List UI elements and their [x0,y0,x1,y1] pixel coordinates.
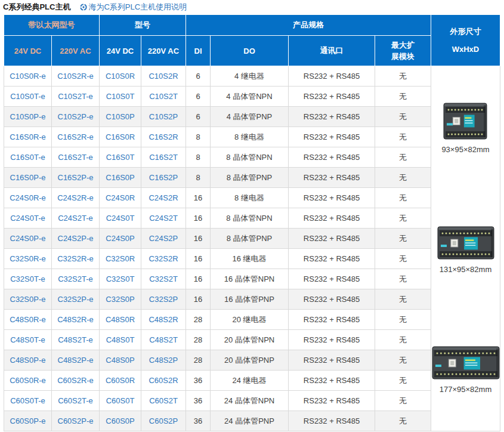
eth-220v-model-link[interactable]: C32S2T-e [58,274,93,283]
model-220v-link[interactable]: C24S2P [149,234,178,243]
model-220v-link[interactable]: C24S2T [149,214,178,223]
model-220v-link[interactable]: C48S2P [149,356,178,365]
model-220v-link[interactable]: C48S2T [149,335,178,344]
model-cell: C32S2P-e [52,289,100,310]
eth-24v-model-link[interactable]: C24S0T-e [10,214,45,223]
model-24v-link[interactable]: C10S0R [106,72,135,81]
eth-220v-model-link[interactable]: C48S2R-e [57,315,94,324]
eth-24v-model-link[interactable]: C48S0P-e [10,356,46,365]
model-24v-link[interactable]: C24S0P [106,234,134,243]
eth-24v-model-link[interactable]: C60S0R-e [10,376,46,385]
model-220v-link[interactable]: C32S2R [149,254,178,263]
eth-220v-model-link[interactable]: C32S2R-e [57,254,94,263]
model-220v-link[interactable]: C48S2R [149,315,178,324]
model-24v-link[interactable]: C60S0R [106,376,135,385]
eth-24v-model-link[interactable]: C10S0R-e [10,72,46,81]
model-24v-link[interactable]: C48S0R [106,315,135,324]
max-expansion-value: 无 [375,127,431,147]
eth-220v-model-link[interactable]: C48S2T-e [58,335,93,344]
model-cell: C48S0P-e [4,350,52,371]
plc-spec-table: 带以太网型号 型号 产品规格 外形尺寸 WxHxD 24V DC 220V AC… [4,14,500,431]
eth-220v-model-link[interactable]: C16S2R-e [57,132,94,141]
eth-220v-model-link[interactable]: C10S2P-e [58,112,94,121]
table-row: C10S0P-eC10S2P-eC10S0PC10S2P64 晶体管PNPRS2… [4,107,500,127]
table-row: C48S0T-eC48S2T-eC48S0TC48S2T2820 晶体管NPNR… [4,330,500,350]
model-220v-link[interactable]: C10S2P [149,112,178,121]
eth-220v-model-link[interactable]: C16S2T-e [58,153,93,162]
eth-24v-model-link[interactable]: C60S0T-e [10,396,45,405]
model-24v-link[interactable]: C48S0T [106,335,135,344]
model-24v-link[interactable]: C32S0R [106,254,135,263]
eth-220v-model-link[interactable]: C48S2P-e [58,356,94,365]
eth-24v-model-link[interactable]: C10S0T-e [10,92,45,101]
table-row: C48S0P-eC48S2P-eC48S0PC48S2P2820 晶体管PNPR… [4,350,500,371]
model-220v-link[interactable]: C16S2T [149,153,178,162]
model-24v-link[interactable]: C24S0R [106,193,135,202]
header-do: DO [211,36,289,66]
eth-220v-model-link[interactable]: C60S2P-e [58,416,94,425]
model-220v-link[interactable]: C60S2T [149,396,178,405]
eth-24v-model-link[interactable]: C32S0R-e [10,254,46,263]
model-220v-link[interactable]: C60S2P [149,416,178,425]
eth-220v-model-link[interactable]: C10S2R-e [57,72,94,81]
model-24v-link[interactable]: C16S0R [106,132,135,141]
model-cell: C48S2R [141,310,186,330]
plc-image [437,225,494,261]
header-model-24v: 24V DC [100,36,141,66]
model-24v-link[interactable]: C16S0T [106,153,135,162]
header-ethernet-group: 带以太网型号 [4,15,100,36]
model-220v-link[interactable]: C32S2P [149,295,178,304]
eth-24v-model-link[interactable]: C10S0P-e [10,112,46,121]
eth-220v-model-link[interactable]: C24S2T-e [58,214,93,223]
model-cell: C24S0T-e [4,208,52,229]
eth-24v-model-link[interactable]: C60S0P-e [10,416,46,425]
model-cell: C60S0P [100,411,141,431]
eth-220v-model-link[interactable]: C24S2P-e [58,234,94,243]
model-cell: C24S0T [100,208,141,229]
eth-24v-model-link[interactable]: C32S0P-e [10,295,46,304]
eth-220v-model-link[interactable]: C32S2P-e [58,295,94,304]
eth-220v-model-link[interactable]: C60S2R-e [57,376,94,385]
model-cell: C10S2P-e [52,107,100,127]
model-220v-link[interactable]: C16S2R [149,132,178,141]
comm-port-value: RS232 + RS485 [289,289,375,310]
model-24v-link[interactable]: C10S0T [106,92,135,101]
table-row: C60S0R-eC60S2R-eC60S0RC60S2R3624 继电器RS23… [4,371,500,391]
eth-24v-model-link[interactable]: C16S0T-e [10,153,45,162]
model-24v-link[interactable]: C60S0T [106,396,135,405]
model-220v-link[interactable]: C24S2R [149,193,178,202]
model-220v-link[interactable]: C10S2T [149,92,178,101]
model-24v-link[interactable]: C24S0T [106,214,135,223]
eth-24v-model-link[interactable]: C48S0R-e [10,315,46,324]
model-cell: C24S2P [141,229,186,249]
model-220v-link[interactable]: C32S2T [149,274,178,283]
model-220v-link[interactable]: C16S2P [149,173,178,182]
model-cell: C32S2T [141,269,186,289]
eth-24v-model-link[interactable]: C48S0T-e [10,335,45,344]
model-24v-link[interactable]: C32S0P [106,295,134,304]
eth-24v-model-link[interactable]: C16S0P-e [10,173,46,182]
model-24v-link[interactable]: C16S0P [106,173,134,182]
eth-220v-model-link[interactable]: C24S2R-e [57,193,94,202]
max-expansion-value: 无 [375,249,431,269]
eth-220v-model-link[interactable]: C60S2T-e [58,396,93,405]
model-24v-link[interactable]: C48S0P [106,356,134,365]
model-220v-link[interactable]: C60S2R [149,376,178,385]
manual-link[interactable]: 海为C系列PLC主机使用说明 [80,2,187,13]
model-220v-link[interactable]: C10S2R [149,72,178,81]
model-24v-link[interactable]: C10S0P [106,112,134,121]
eth-24v-model-link[interactable]: C24S0R-e [10,193,46,202]
eth-220v-model-link[interactable]: C10S2T-e [58,92,93,101]
eth-24v-model-link[interactable]: C32S0T-e [10,274,45,283]
eth-24v-model-link[interactable]: C24S0P-e [10,234,46,243]
model-cell: C16S2T-e [52,147,100,168]
table-row: C16S0R-eC16S2R-eC16S0RC16S2R88 继电器RS232 … [4,127,500,147]
eth-220v-model-link[interactable]: C16S2P-e [58,173,94,182]
model-cell: C60S0R [100,371,141,391]
eth-24v-model-link[interactable]: C16S0R-e [10,132,46,141]
model-cell: C48S2T-e [52,330,100,350]
model-24v-link[interactable]: C32S0T [106,274,135,283]
max-expansion-value: 无 [375,66,431,87]
model-24v-link[interactable]: C60S0P [106,416,134,425]
max-expansion-value: 无 [375,371,431,391]
